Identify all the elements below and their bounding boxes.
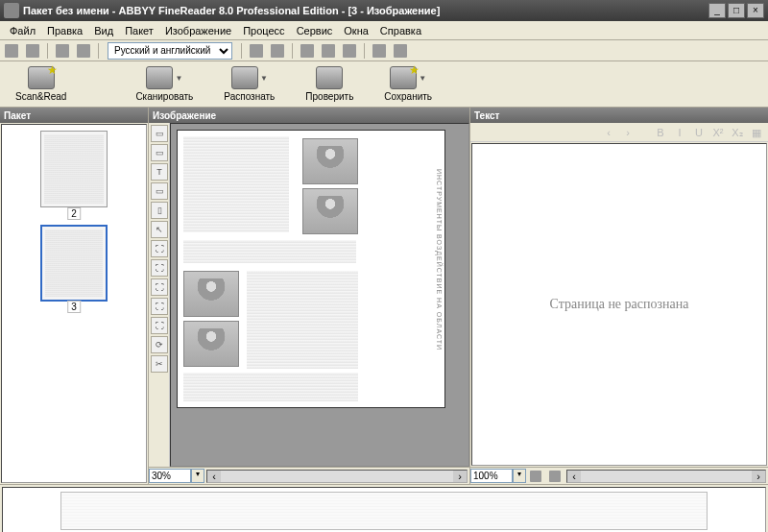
workspace: Пакет 2 3 Изображение ▭ ▭ T bbox=[0, 108, 768, 484]
table-icon[interactable]: ▦ bbox=[749, 125, 764, 140]
tool-crop[interactable]: ✂ bbox=[151, 355, 168, 373]
menu-image[interactable]: Изображение bbox=[159, 23, 237, 38]
scan-read-label: Scan&Read bbox=[15, 91, 66, 102]
text-placeholder: Страница не распознана bbox=[550, 297, 689, 312]
scan-read-button[interactable]: Scan&Read bbox=[10, 64, 72, 104]
tool-rect[interactable]: ▭ bbox=[151, 144, 168, 161]
text-header: Текст bbox=[470, 108, 768, 123]
menu-edit[interactable]: Правка bbox=[41, 23, 88, 38]
scan-label: Сканировать bbox=[135, 91, 193, 102]
save-icon bbox=[390, 66, 417, 89]
save-button[interactable]: ▼ Сохранить bbox=[378, 64, 438, 104]
text-block bbox=[247, 271, 358, 369]
photo-block bbox=[302, 138, 358, 184]
subscript-icon[interactable]: X₂ bbox=[730, 125, 745, 140]
app-icon bbox=[4, 3, 19, 18]
batch-header: Пакет bbox=[0, 108, 148, 123]
tool-pointer[interactable]: ↖ bbox=[151, 221, 168, 238]
dropdown-arrow-icon: ▼ bbox=[260, 74, 268, 83]
dropdown-arrow-icon: ▼ bbox=[419, 74, 426, 83]
page-side-text: ИНСТРУМЕНТЫ ВОЗДЕЙСТВИЕ НА ОБЛАСТИ bbox=[436, 169, 443, 351]
separator bbox=[98, 43, 99, 59]
tool-rotate[interactable]: ⟳ bbox=[151, 336, 168, 353]
menu-view[interactable]: Вид bbox=[88, 23, 119, 38]
tool-redo[interactable] bbox=[74, 42, 93, 60]
thumbnail-label: 2 bbox=[67, 207, 81, 220]
tool-merge[interactable]: ⛶ bbox=[151, 317, 168, 334]
bold-icon[interactable]: B bbox=[653, 125, 668, 140]
close-button[interactable]: × bbox=[747, 3, 764, 18]
text-block bbox=[183, 136, 289, 232]
standard-toolbar: Русский и английский bbox=[0, 40, 768, 61]
thumbnail-preview bbox=[45, 230, 103, 297]
next-icon[interactable]: › bbox=[620, 125, 636, 140]
tool-undo[interactable] bbox=[53, 42, 72, 60]
page-view: ИНСТРУМЕНТЫ ВОЗДЕЙСТВИЕ НА ОБЛАСТИ bbox=[177, 130, 445, 408]
window-title: Пакет без имени - ABBYY FineReader 8.0 P… bbox=[23, 5, 708, 16]
tool-save[interactable] bbox=[23, 42, 42, 60]
menu-windows[interactable]: Окна bbox=[338, 23, 374, 38]
text-view-mode-2[interactable] bbox=[545, 468, 564, 485]
tool-block[interactable]: ▭ bbox=[151, 125, 168, 142]
tool-split-v[interactable]: ⛶ bbox=[151, 298, 168, 315]
menu-help[interactable]: Справка bbox=[374, 23, 427, 38]
recognize-button[interactable]: ▼ Распознать bbox=[218, 64, 280, 104]
batch-body[interactable]: 2 3 bbox=[1, 124, 147, 483]
tool-image[interactable]: ▯ bbox=[151, 202, 168, 219]
tool-view1[interactable] bbox=[247, 42, 266, 60]
title-bar: Пакет без имени - ABBYY FineReader 8.0 P… bbox=[0, 0, 768, 21]
tool-layout1[interactable] bbox=[298, 42, 317, 60]
italic-icon[interactable]: I bbox=[672, 125, 687, 140]
page-thumbnail-3[interactable]: 3 bbox=[40, 225, 108, 302]
language-select[interactable]: Русский и английский bbox=[108, 42, 232, 60]
check-button[interactable]: Проверить bbox=[300, 64, 359, 104]
menu-process[interactable]: Процесс bbox=[237, 23, 290, 38]
text-body[interactable]: Страница не распознана bbox=[471, 143, 767, 466]
tool-split-h[interactable]: ⛶ bbox=[151, 278, 168, 296]
superscript-icon[interactable]: X² bbox=[710, 125, 726, 140]
menu-file[interactable]: Файл bbox=[4, 23, 41, 38]
image-h-scrollbar[interactable] bbox=[206, 470, 468, 483]
tool-layout2[interactable] bbox=[319, 42, 338, 60]
tool-table[interactable]: ▭ bbox=[151, 182, 168, 200]
thumbnail-preview bbox=[44, 134, 104, 204]
menu-service[interactable]: Сервис bbox=[291, 23, 339, 38]
tool-view2[interactable] bbox=[268, 42, 287, 60]
thumbnail-label: 3 bbox=[67, 301, 81, 313]
text-block bbox=[183, 373, 358, 401]
image-zoom-input[interactable] bbox=[149, 469, 191, 483]
prev-icon[interactable]: ‹ bbox=[601, 125, 616, 140]
recognize-label: Распознать bbox=[224, 91, 275, 102]
dropdown-arrow-icon[interactable]: ▾ bbox=[513, 469, 526, 483]
maximize-button[interactable]: □ bbox=[728, 3, 745, 18]
tool-layout3[interactable] bbox=[340, 42, 359, 60]
image-canvas[interactable]: ИНСТРУМЕНТЫ ВОЗДЕЙСТВИЕ НА ОБЛАСТИ bbox=[170, 123, 469, 467]
image-panel: Изображение ▭ ▭ T ▭ ▯ ↖ ⛶ ⛶ ⛶ ⛶ ⛶ ⟳ ✂ bbox=[149, 108, 470, 484]
recognize-icon bbox=[231, 66, 258, 89]
image-body: ▭ ▭ T ▭ ▯ ↖ ⛶ ⛶ ⛶ ⛶ ⛶ ⟳ ✂ bbox=[149, 123, 469, 467]
dropdown-arrow-icon[interactable]: ▾ bbox=[191, 469, 204, 483]
tool-dict[interactable] bbox=[391, 42, 410, 60]
menu-batch[interactable]: Пакет bbox=[119, 23, 159, 38]
text-toolbar: ‹ › B I U X² X₂ ▦ bbox=[470, 123, 768, 142]
separator bbox=[292, 43, 293, 59]
zoom-canvas[interactable] bbox=[2, 487, 766, 532]
text-zoom-input[interactable] bbox=[470, 469, 513, 483]
scanner-icon bbox=[146, 66, 173, 89]
scan-button[interactable]: ▼ Сканировать bbox=[130, 64, 199, 104]
tool-open[interactable] bbox=[2, 42, 21, 60]
page-thumbnail-2[interactable]: 2 bbox=[40, 131, 108, 207]
separator bbox=[47, 43, 48, 59]
minimize-button[interactable]: _ bbox=[708, 3, 726, 18]
batch-panel: Пакет 2 3 bbox=[0, 108, 149, 484]
zoom-fragment bbox=[60, 492, 708, 530]
text-h-scrollbar[interactable] bbox=[566, 470, 766, 483]
text-panel: Текст ‹ › B I U X² X₂ ▦ Страница не расп… bbox=[470, 108, 768, 484]
text-view-mode-1[interactable] bbox=[526, 468, 545, 485]
menu-bar: Файл Правка Вид Пакет Изображение Процес… bbox=[0, 21, 768, 40]
tool-help[interactable] bbox=[370, 42, 389, 60]
tool-text[interactable]: T bbox=[151, 163, 168, 181]
tool-add[interactable]: ⛶ bbox=[151, 240, 168, 257]
tool-remove[interactable]: ⛶ bbox=[151, 259, 168, 277]
underline-icon[interactable]: U bbox=[691, 125, 707, 140]
